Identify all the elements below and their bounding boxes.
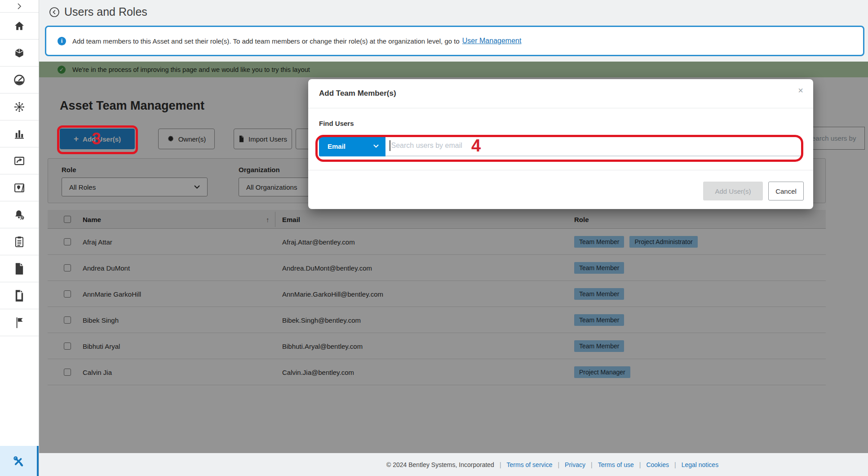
sidebar-item-map[interactable]	[0, 174, 39, 201]
chevron-down-icon	[373, 144, 379, 148]
copyright-text: © 2024 Bentley Systems, Incorporated	[386, 461, 494, 468]
gauge-icon	[13, 74, 26, 86]
sidebar-item-flags[interactable]	[0, 309, 39, 336]
footer-link-legal-notices[interactable]: Legal notices	[682, 461, 719, 468]
user-management-link[interactable]: User Management	[462, 37, 522, 45]
sidebar-item-admin-tools-active[interactable]	[0, 446, 39, 476]
modal-divider	[308, 108, 813, 108]
sidebar-item-reports[interactable]	[0, 120, 39, 147]
cube-icon	[13, 47, 25, 59]
top-bar: Users and Roles i Add team members to th…	[39, 0, 868, 62]
text-cursor	[390, 140, 390, 151]
page-title-text: Users and Roles	[64, 5, 147, 18]
sidebar-item-documents[interactable]	[0, 255, 39, 282]
document-draft-icon	[14, 289, 25, 302]
footer-link-cookies[interactable]: Cookies	[646, 461, 669, 468]
back-circle-icon[interactable]	[49, 7, 60, 18]
sidebar-item-notifications[interactable]	[0, 201, 39, 228]
bar-chart-icon	[13, 128, 26, 140]
modal-search-placeholder: Search users by email	[391, 142, 462, 150]
chevron-right-icon	[16, 3, 22, 10]
document-icon	[14, 262, 25, 275]
sidebar-item-drafts[interactable]	[0, 282, 39, 309]
map-location-icon	[13, 182, 26, 194]
close-icon[interactable]: ×	[798, 85, 803, 96]
sidebar-item-network[interactable]	[0, 93, 39, 120]
search-type-select[interactable]: Email	[319, 136, 385, 156]
home-icon	[13, 20, 25, 32]
sidebar-item-model[interactable]	[0, 40, 39, 67]
sidebar	[0, 0, 39, 476]
sidebar-item-performance[interactable]	[0, 67, 39, 93]
modal-title: Add Team Member(s)	[319, 89, 396, 98]
sidebar-item-issues[interactable]	[0, 228, 39, 255]
tools-icon	[12, 454, 25, 468]
modal-search-input[interactable]: Search users by email	[385, 136, 802, 156]
footer-link-privacy[interactable]: Privacy	[565, 461, 585, 468]
find-users-label: Find Users	[319, 120, 354, 127]
bell-gear-icon	[13, 209, 26, 221]
share-export-icon	[13, 155, 26, 167]
modal-search-row: Email Search users by email	[319, 136, 802, 156]
add-team-member-modal: Add Team Member(s) × Find Users Email Se…	[308, 79, 813, 209]
modal-footer-divider	[308, 170, 813, 170]
page-title: Users and Roles	[49, 5, 147, 18]
footer: © 2024 Bentley Systems, Incorporated | T…	[39, 453, 868, 476]
add-users-submit-button[interactable]: Add User(s)	[703, 182, 763, 200]
info-icon: i	[58, 37, 66, 45]
clipboard-icon	[13, 236, 25, 248]
footer-link-terms-of-use[interactable]: Terms of use	[598, 461, 634, 468]
footer-link-terms-of-service[interactable]: Terms of service	[507, 461, 553, 468]
network-hub-icon	[13, 101, 26, 113]
sidebar-expand-button[interactable]	[0, 0, 39, 13]
flag-icon	[13, 316, 25, 329]
sidebar-item-home[interactable]	[0, 13, 39, 40]
cancel-button[interactable]: Cancel	[768, 182, 804, 200]
info-banner: i Add team members to this Asset and set…	[45, 26, 864, 56]
info-banner-message: Add team members to this Asset and set t…	[72, 37, 460, 45]
sidebar-item-share[interactable]	[0, 147, 39, 174]
users-and-roles-page: { "sidebar": { "icons": ["collapse-chevr…	[0, 0, 868, 476]
